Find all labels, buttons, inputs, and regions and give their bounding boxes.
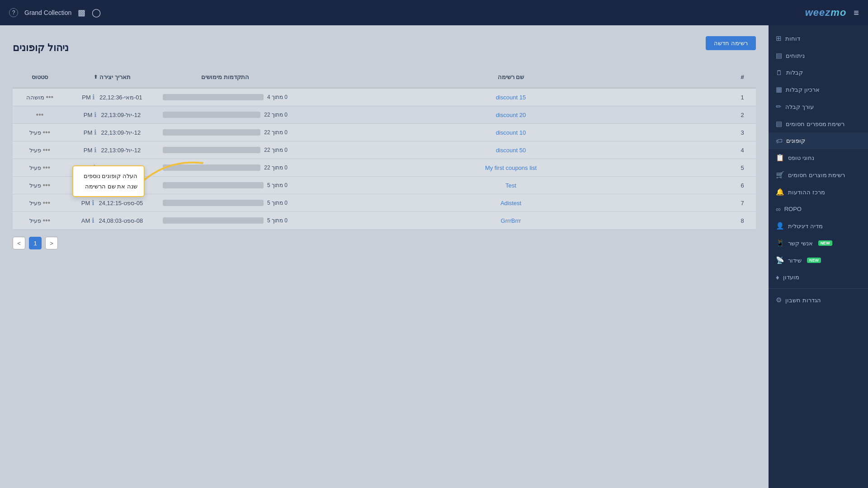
cell-name-7[interactable]: Adistest — [293, 195, 729, 211]
info-icon-4[interactable]: ℹ — [94, 146, 97, 154]
table-row: 8 GrrrBrrr 0 מתוך 5 08-ספט-24,08:03 AM ℹ… — [13, 212, 756, 230]
prev-page-button[interactable]: < — [13, 237, 25, 249]
sidebar-item-blocked-products[interactable]: רשימת מוצרים חסומים 🛒 — [769, 166, 868, 183]
blocked-products-icon: 🛒 — [776, 171, 784, 179]
quick-connect-badge: NEW — [818, 240, 832, 246]
digital-manager-label: מדיה דיגיטלית — [788, 223, 823, 230]
info-icon-2[interactable]: ℹ — [94, 111, 97, 118]
sidebar-item-notifications[interactable]: מרכז ההודעות 🔔 — [769, 183, 868, 201]
sidebar-item-account-settings[interactable]: הגדרות חשבון ⚙ — [769, 291, 868, 309]
table-row: 4 discount 50 0 מתוך 22 12-יול-22,13:09 … — [13, 141, 756, 159]
sidebar-item-receipts[interactable]: קבלות 🗒 — [769, 64, 868, 81]
cell-name-5[interactable]: My first coupons list — [293, 160, 729, 176]
new-list-button[interactable]: רשימה חדשה — [706, 36, 756, 50]
info-icon-7[interactable]: ℹ — [92, 199, 94, 206]
cell-name-3[interactable]: discount 10 — [293, 125, 729, 141]
help-icon[interactable]: ? — [9, 8, 18, 17]
logo: weezmo — [805, 7, 847, 19]
brand-name: Grand Collection — [24, 9, 71, 16]
cell-created-3: 12-יול-22,13:09 PM ℹ — [67, 124, 157, 141]
quick-connect-icon: 📱 — [776, 239, 784, 247]
analytics-label: ניתוחים — [786, 52, 805, 59]
cell-status-8: ••• פעיל — [13, 212, 67, 229]
cell-num-5: 5 — [729, 160, 756, 176]
cell-name-1[interactable]: discount 15 — [293, 89, 729, 105]
sidebar-item-digital-manager[interactable]: מדיה דיגיטלית 👤 — [769, 217, 868, 235]
quick-connect-label: אנשי קשר — [788, 240, 813, 247]
cell-created-2: 12-יול-22,13:09 PM ℹ — [67, 106, 157, 123]
notifications-label: מרכז ההודעות — [788, 189, 825, 196]
cell-status-7: ••• פעיל — [13, 194, 67, 211]
status-label-1: מושהה — [26, 94, 44, 101]
tip-types-label: נחוני טופס — [788, 155, 814, 161]
sidebar-item-coupons[interactable]: קופונים 🏷 — [769, 132, 868, 149]
cell-num-8: 8 — [729, 213, 756, 229]
reports-label: דוחות — [785, 35, 800, 42]
status-label-5: פעיל — [29, 164, 41, 171]
receipt-archive-icon: ▦ — [776, 85, 782, 94]
dots-menu-7[interactable]: ••• — [42, 199, 50, 206]
page-title: ניהול קופונים — [13, 42, 69, 54]
cell-name-8[interactable]: GrrrBrrr — [293, 213, 729, 229]
sidebar-item-edit-receipt[interactable]: עורך קבלה ✏ — [769, 98, 868, 115]
sidebar-item-ropo[interactable]: ROPO ∞ — [769, 201, 868, 217]
col-created[interactable]: תאריך יצירה ⬆ — [67, 71, 157, 83]
tooltip-item-add-coupons[interactable]: העלה קופונים נוספים — [80, 171, 137, 181]
card-icon[interactable]: ▩ — [78, 8, 85, 18]
dots-menu-3[interactable]: ••• — [42, 128, 50, 136]
cell-status-3: ••• פעיל — [13, 124, 67, 141]
sidebar-item-analytics[interactable]: ניתוחים ▤ — [769, 47, 868, 64]
sidebar-item-reports[interactable]: דוחות ⊞ — [769, 30, 868, 47]
sidebar-item-receipt-archive[interactable]: ארכיון קבלות ▦ — [769, 81, 868, 98]
dots-menu-5[interactable]: ••• — [42, 164, 50, 171]
events-icon: ♦ — [776, 273, 779, 281]
analytics-icon: ▤ — [776, 52, 782, 60]
cell-redemptions-3: 0 מתוך 22 — [157, 125, 293, 140]
smart-lists-icon: ▤ — [776, 120, 782, 128]
edit-receipt-icon: ✏ — [776, 103, 782, 111]
coupons-label: קופונים — [786, 137, 805, 144]
stream-badge: NEW — [807, 258, 821, 263]
stream-icon: 📡 — [776, 256, 784, 264]
cell-redemptions-6: 0 מתוך 5 — [157, 178, 293, 193]
info-icon-1[interactable]: ℹ — [92, 93, 95, 101]
status-label-6: פעיל — [29, 182, 41, 189]
events-label: מועדון — [783, 274, 799, 281]
sidebar-item-tip-types[interactable]: נחוני טופס 📋 — [769, 149, 868, 166]
next-page-button[interactable]: > — [45, 237, 58, 249]
tooltip-item-rename[interactable]: שנה את שם הרשימה — [80, 181, 137, 192]
context-menu-popup: העלה קופונים נוספים שנה את שם הרשימה — [72, 165, 145, 197]
topbar-left: ◯ ▩ Grand Collection ? — [9, 8, 101, 18]
pagination: < 1 > — [13, 237, 756, 249]
account-settings-icon: ⚙ — [776, 296, 782, 304]
page-1-button[interactable]: 1 — [29, 237, 42, 249]
dots-menu-2[interactable]: ••• — [36, 111, 44, 118]
dots-menu-4[interactable]: ••• — [42, 146, 50, 154]
cell-created-8: 08-ספט-24,08:03 AM ℹ — [67, 212, 157, 229]
topbar-right: ≡ weezmo — [805, 7, 859, 19]
ropo-label: ROPO — [784, 206, 802, 212]
status-label-4: פעיל — [29, 147, 41, 154]
sidebar-item-smart-lists[interactable]: רשימת מספרים חסומים ▤ — [769, 115, 868, 132]
cell-name-4[interactable]: discount 50 — [293, 142, 729, 158]
sort-icon: ⬆ — [94, 74, 98, 80]
dots-menu-8[interactable]: ••• — [42, 216, 50, 224]
sidebar-item-stream[interactable]: NEW שידור 📡 — [769, 252, 868, 269]
dots-menu-6[interactable]: ••• — [42, 181, 50, 189]
sidebar-item-events[interactable]: מועדון ♦ — [769, 269, 868, 286]
cell-name-2[interactable]: discount 20 — [293, 107, 729, 123]
user-icon[interactable]: ◯ — [92, 8, 101, 18]
info-icon-8[interactable]: ℹ — [92, 216, 94, 224]
dots-menu-1[interactable]: ••• — [46, 93, 53, 101]
hamburger-icon[interactable]: ≡ — [854, 8, 859, 18]
table-row: 1 discount 15 0 מתוך 4 01-מאי-22,12:36 P… — [13, 89, 756, 106]
table-header: # שם רשימה התקדמות מימושים תאריך יצירה ⬆… — [13, 66, 756, 89]
coupons-table: # שם רשימה התקדמות מימושים תאריך יצירה ⬆… — [13, 66, 756, 230]
cell-name-6[interactable]: Test — [293, 178, 729, 193]
info-icon-3[interactable]: ℹ — [94, 128, 97, 136]
smart-lists-label: רשימת מספרים חסומים — [786, 121, 844, 127]
cell-redemptions-4: 0 מתוך 22 — [157, 142, 293, 158]
tip-types-icon: 📋 — [776, 154, 784, 162]
edit-receipt-label: עורך קבלה — [785, 103, 814, 110]
sidebar-item-quick-connect[interactable]: NEW אנשי קשר 📱 — [769, 235, 868, 252]
